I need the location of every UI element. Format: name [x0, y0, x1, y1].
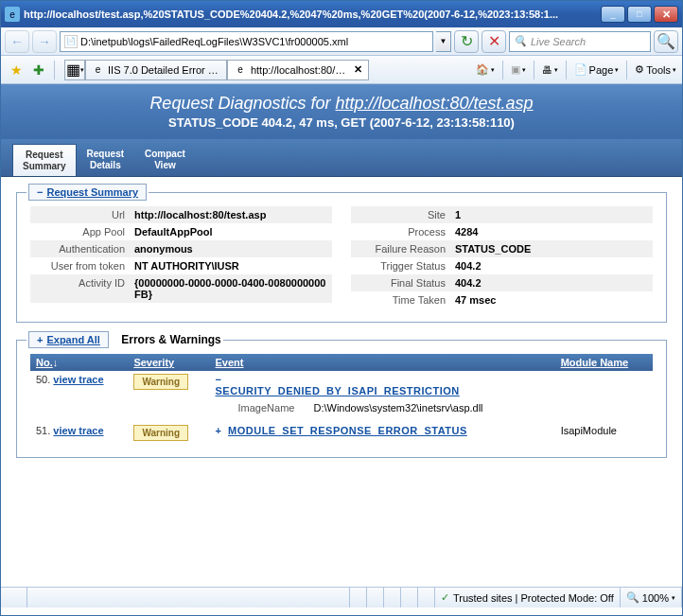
col-no[interactable]: No.↓	[30, 354, 128, 371]
search-placeholder: Live Search	[531, 36, 586, 47]
value-trigger-status: 404.2	[455, 260, 653, 272]
search-box[interactable]: 🔍 Live Search	[509, 31, 651, 52]
tab-label: IIS 7.0 Detailed Error - 4...	[108, 64, 220, 76]
home-button[interactable]: 🏠▾	[476, 63, 495, 76]
toolbar-right: 🏠▾ ▣▾ 🖶▾ 📄Page▾ ⚙Tools▾	[476, 61, 676, 79]
row-no: 50.	[36, 374, 50, 385]
rss-icon: ▣	[511, 63, 520, 76]
security-status[interactable]: ✓Trusted sites | Protected Mode: Off	[435, 588, 621, 607]
status-message	[27, 588, 350, 607]
col-severity[interactable]: Severity	[128, 354, 209, 371]
navigation-bar: ← → 📄 ▼ ↻ ✕ 🔍 Live Search 🔍	[1, 27, 682, 56]
ie-favicon-icon: e	[5, 7, 20, 22]
page-body: −Request Summary Urlhttp://localhost:80/…	[1, 177, 682, 490]
favorites-icon[interactable]: ★	[7, 61, 26, 79]
chevron-down-icon: ▾	[672, 594, 675, 602]
browser-tab-iis-error[interactable]: e IIS 7.0 Detailed Error - 4...	[85, 60, 227, 80]
tab-compact-view[interactable]: CompactView	[134, 143, 196, 176]
label-url: Url	[30, 209, 134, 220]
errors-section: +Expand All Errors & Warnings No.↓ Sever…	[16, 340, 667, 458]
tab-request-details[interactable]: RequestDetails	[77, 143, 134, 176]
page-icon: 📄	[574, 63, 587, 76]
collapse-summary-button[interactable]: −Request Summary	[28, 184, 147, 201]
col-no-link[interactable]: No.	[36, 357, 53, 368]
label-trigger-status: Trigger Status	[351, 260, 455, 272]
status-bar: ✓Trusted sites | Protected Mode: Off 🔍 1…	[1, 587, 682, 607]
arrow-right-icon: →	[38, 34, 51, 49]
feeds-button[interactable]: ▣▾	[511, 63, 526, 76]
browser-tab-localhost[interactable]: e http://localhost:80/t... ✕	[227, 60, 369, 80]
address-bar[interactable]: 📄	[60, 31, 433, 52]
window-titlebar: e http://localhost/test.asp,%20STATUS_CO…	[1, 1, 682, 27]
stop-button[interactable]: ✕	[482, 30, 506, 53]
label-auth: Authentication	[30, 243, 134, 255]
address-dropdown[interactable]: ▼	[436, 31, 451, 52]
page-menu-label: Page	[589, 64, 614, 76]
ie-page-icon: e	[234, 63, 247, 77]
collapse-event-icon[interactable]: −	[216, 374, 221, 385]
security-text: Trusted sites | Protected Mode: Off	[453, 592, 614, 604]
value-user: NT AUTHORITY\IUSR	[134, 260, 332, 272]
col-event[interactable]: Event	[210, 354, 555, 371]
gear-icon: ⚙	[635, 63, 644, 76]
diag-tabs: RequestSummary RequestDetails CompactVie…	[1, 139, 682, 177]
module-name: IsapiModule	[555, 422, 653, 444]
tab-close-icon[interactable]: ✕	[354, 63, 362, 76]
col-sev-link[interactable]: Severity	[133, 357, 174, 368]
label-site: Site	[351, 209, 455, 220]
col-module[interactable]: Module Name	[555, 354, 653, 371]
add-favorite-icon[interactable]: ✚	[29, 61, 48, 79]
view-trace-link[interactable]: view trace	[53, 374, 103, 385]
browser-tabs-group: ▦▾ e IIS 7.0 Detailed Error - 4... e htt…	[64, 60, 369, 80]
col-evt-link[interactable]: Event	[216, 357, 244, 368]
request-summary-section: −Request Summary Urlhttp://localhost:80/…	[16, 192, 667, 323]
tools-menu[interactable]: ⚙Tools▾	[635, 63, 676, 76]
search-go-icon: 🔍	[657, 32, 675, 50]
search-go-button[interactable]: 🔍	[654, 30, 678, 53]
request-url-link[interactable]: http://localhost:80/test.asp	[335, 94, 533, 113]
separator	[534, 61, 534, 79]
zoom-value: 100%	[642, 592, 669, 604]
separator	[626, 61, 627, 79]
label-time-taken: Time Taken	[351, 294, 455, 306]
browser-content: Request Diagnostics for http://localhost…	[1, 84, 682, 587]
value-url: http://localhost:80/test.asp	[134, 209, 332, 220]
tab-label: http://localhost:80/t...	[251, 64, 346, 76]
tools-menu-label: Tools	[646, 64, 671, 76]
page-subtitle: STATUS_CODE 404.2, 47 ms, GET (2007-6-12…	[16, 115, 667, 130]
errors-table: No.↓ Severity Event Module Name 50. view…	[30, 354, 653, 444]
expand-all-button[interactable]: +Expand All	[28, 331, 109, 348]
address-input[interactable]	[80, 36, 429, 47]
status-cell	[367, 588, 384, 607]
print-button[interactable]: 🖶▾	[542, 64, 558, 76]
expand-event-icon[interactable]: +	[216, 425, 221, 436]
refresh-button[interactable]: ↻	[454, 30, 479, 53]
request-summary-link[interactable]: Request Summary	[46, 186, 138, 198]
maximize-button[interactable]: □	[627, 6, 652, 23]
value-activity: {00000000-0000-0000-0400-0080000000FB}	[134, 277, 332, 300]
forward-button[interactable]: →	[32, 30, 57, 53]
back-button[interactable]: ←	[5, 30, 29, 53]
status-cell	[350, 588, 367, 607]
label-apppool: App Pool	[30, 226, 134, 238]
summary-right-col: Site1 Process4284 Failure ReasonSTATUS_C…	[351, 206, 653, 308]
close-button[interactable]: ✕	[654, 6, 678, 23]
browser-toolbar: ★ ✚ ▦▾ e IIS 7.0 Detailed Error - 4... e…	[1, 56, 682, 84]
label-final-status: Final Status	[351, 277, 455, 289]
expand-all-link[interactable]: Expand All	[46, 334, 99, 345]
event-link[interactable]: MODULE_SET_RESPONSE_ERROR_STATUS	[228, 425, 467, 436]
quick-tabs-button[interactable]: ▦▾	[64, 60, 85, 80]
view-trace-link[interactable]: view trace	[53, 425, 103, 436]
tab-request-summary[interactable]: RequestSummary	[12, 144, 77, 176]
event-link[interactable]: SECURITY_DENIED_BY_ISAPI_RESTRICTION	[216, 385, 460, 396]
page-menu[interactable]: 📄Page▾	[574, 63, 620, 76]
print-icon: 🖶	[542, 64, 552, 76]
label-user: User from token	[30, 260, 134, 272]
zoom-control[interactable]: 🔍 100% ▾	[621, 588, 682, 607]
col-mod-link[interactable]: Module Name	[561, 357, 629, 368]
label-failure-reason: Failure Reason	[351, 243, 455, 255]
minimize-button[interactable]: _	[601, 6, 625, 23]
label-process: Process	[351, 226, 455, 238]
table-row: 51. view trace Warning + MODULE_SET_RESP…	[30, 422, 653, 444]
detail-key: ImageName	[238, 402, 295, 414]
